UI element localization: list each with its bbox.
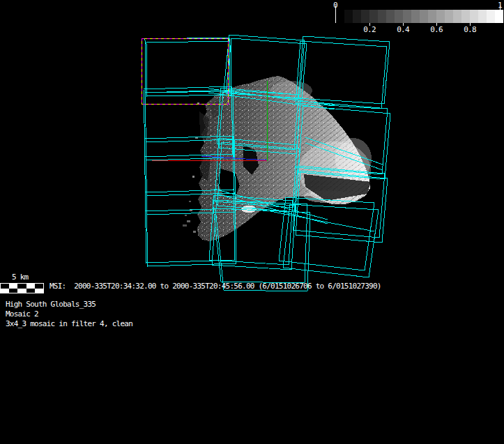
scale-checker-cell (9, 289, 17, 293)
asteroid-speckle (185, 215, 187, 216)
colorbar-step (403, 10, 411, 23)
colorbar-step (436, 10, 445, 23)
selection-box-magenta (142, 38, 228, 104)
footprint-outline (279, 197, 374, 270)
colorbar-step (386, 10, 395, 23)
footprint-outline (145, 38, 230, 93)
scale-bar-label: 5 km (12, 273, 29, 282)
asteroid-speckle (189, 201, 191, 202)
sequence-title: High South Globals_335 (6, 300, 96, 309)
colorbar-step (428, 10, 436, 23)
colorbar-step (361, 10, 369, 23)
asteroid-speckle (183, 224, 187, 227)
colorbar-step (353, 10, 361, 23)
colorbar-step (395, 10, 403, 23)
scene-canvas[interactable] (0, 0, 504, 444)
mosaic-description: 3x4_3 mosaic in filter 4, clean (6, 319, 132, 328)
status-line: MSI: 2000-335T20:34:32.00 to 2000-335T20… (49, 282, 381, 291)
colorbar-step (478, 10, 487, 23)
asteroid-speckle (193, 231, 196, 233)
colorbar-step (495, 10, 503, 23)
colorbar-tick-label: 0.6 (427, 25, 446, 34)
colorbar-step (453, 10, 461, 23)
colorbar-step (411, 10, 420, 23)
scale-checker-cell (1, 289, 9, 293)
colorbar-step (369, 10, 378, 23)
colorbar-tick-label: 0.8 (460, 25, 480, 34)
colorbar-step (420, 10, 428, 23)
colorbar-step (470, 10, 478, 23)
asteroid-speckle (187, 220, 190, 222)
colorbar-step (336, 10, 344, 23)
scale-checker-cell (35, 289, 43, 293)
footprint-outline (298, 36, 390, 104)
colorbar-tick-label: 0.2 (360, 25, 379, 34)
selected-footprint-box (142, 38, 228, 104)
asteroid-speckle (192, 176, 194, 178)
slew-line (252, 208, 374, 231)
scale-bar-checker (0, 283, 44, 293)
colorbar-step (461, 10, 470, 23)
selection-box-yellow (142, 38, 228, 104)
colorbar-step (445, 10, 453, 23)
colorbar-step (378, 10, 386, 23)
mosaic-label: Mosaic 2 (6, 309, 38, 319)
scale-checker-cell (26, 289, 35, 293)
viewer-window: 0 1 0.20.40.60.8 5 km MSI: 2000-335T20:3… (0, 0, 504, 444)
colorbar-step (487, 10, 495, 23)
colorbar-gradient (336, 10, 503, 23)
colorbar-step (344, 10, 353, 23)
scale-checker-cell (17, 289, 26, 293)
colorbar-tick-label: 0.4 (393, 25, 413, 34)
